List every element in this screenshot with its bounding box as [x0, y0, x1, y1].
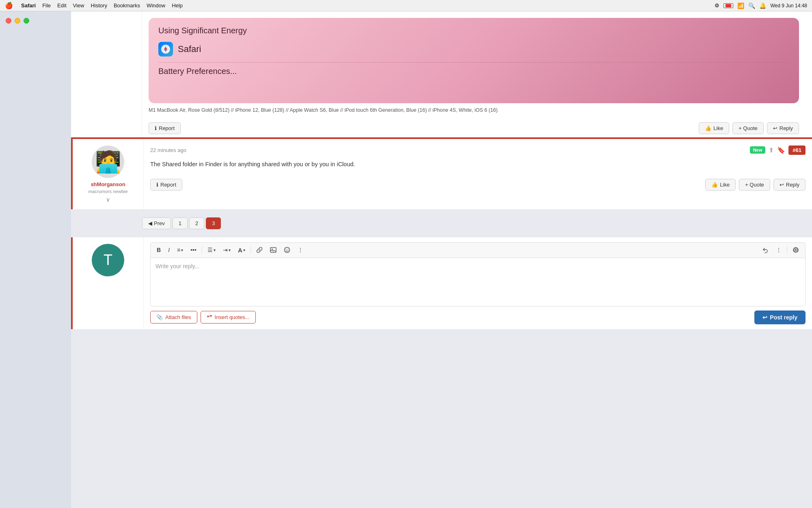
- post-number-badge[interactable]: #61: [788, 145, 806, 155]
- pagination-bar: ◀ ◀ Prev Prev 1 2 3: [71, 209, 812, 237]
- more-text-button[interactable]: •••: [188, 245, 199, 255]
- help-menu[interactable]: Help: [172, 2, 183, 9]
- report-icon-1: ℹ: [155, 125, 157, 131]
- toolbar-sep-2: [251, 246, 251, 254]
- svg-point-9: [285, 249, 286, 250]
- post-2-container: 🧑‍💻 shMorganson macrumors newbie ∨ 22 mi…: [71, 139, 812, 209]
- post-reply-icon: ↩: [762, 314, 767, 321]
- paperclip-icon: 📎: [156, 314, 163, 320]
- pagination: ◀ ◀ Prev Prev 1 2 3: [142, 213, 806, 234]
- search-icon[interactable]: 🔍: [748, 2, 755, 9]
- preview-button[interactable]: [790, 245, 802, 255]
- svg-point-12: [795, 249, 797, 251]
- close-button[interactable]: [6, 18, 11, 24]
- editor-toolbar: B I ≡ ▾ ••• ☰: [150, 242, 806, 258]
- post-2-time: 22 minutes ago: [150, 147, 186, 153]
- first-post-block: Using Significant Energy: [71, 11, 812, 137]
- bold-button[interactable]: B: [154, 245, 164, 255]
- insert-quotes-button[interactable]: ❝❞ Insert quotes...: [201, 311, 256, 323]
- like-icon-1: 👍: [705, 125, 711, 131]
- post-2-username[interactable]: shMorganson: [91, 181, 125, 187]
- editor-footer-left: 📎 Attach files ❝❞ Insert quotes...: [150, 311, 256, 323]
- undo-button[interactable]: [759, 245, 771, 255]
- toolbar-sep-3: [787, 246, 787, 254]
- svg-point-8: [284, 247, 289, 253]
- notification-icon[interactable]: 🔔: [759, 2, 766, 9]
- page-3-button[interactable]: 3: [206, 217, 221, 229]
- link-button[interactable]: [253, 245, 266, 255]
- quotes-icon: ❝❞: [207, 314, 212, 320]
- font-button[interactable]: A ▾: [235, 245, 248, 255]
- battery-notification-card: Using Significant Energy: [149, 18, 799, 103]
- report-icon-2: ℹ: [156, 182, 158, 188]
- wifi-icon[interactable]: 📶: [737, 2, 744, 9]
- reply-user-avatar: T: [92, 244, 124, 276]
- apple-menu[interactable]: 🍎: [5, 2, 13, 9]
- edit-menu[interactable]: Edit: [57, 2, 66, 9]
- attach-files-button[interactable]: 📎 Attach files: [150, 311, 197, 323]
- user-info-chevron[interactable]: ∨: [106, 196, 110, 203]
- reply-composer-container: T B I ≡ ▾: [71, 237, 812, 329]
- minimize-button[interactable]: [15, 18, 20, 24]
- page-2-button[interactable]: 2: [189, 217, 204, 229]
- reply-icon-1: ↩: [773, 125, 777, 131]
- list-button[interactable]: ☰ ▾: [205, 245, 218, 255]
- quote-button-1[interactable]: + Quote: [732, 122, 764, 134]
- post2-actions: ℹ Report 👍 Like + Quote: [150, 176, 806, 194]
- battery-app-row: Safari: [158, 42, 789, 56]
- battery-app-name: Safari: [178, 44, 201, 54]
- battery-divider: [158, 62, 789, 63]
- menubar: 🍎 Safari File Edit View History Bookmark…: [0, 0, 812, 11]
- post-2-user-role: macrumors newbie: [88, 189, 127, 194]
- prev-icon: ◀: [148, 220, 152, 226]
- like-button-1[interactable]: 👍 Like: [699, 122, 729, 134]
- post-2-user-sidebar: 🧑‍💻 shMorganson macrumors newbie ∨: [73, 139, 144, 209]
- new-badge: New: [750, 146, 766, 154]
- reply-icon-2: ↩: [780, 182, 784, 188]
- post-2-header: 22 minutes ago New ⬆ 🔖 #61: [150, 145, 806, 155]
- report-button-1[interactable]: ℹ Report: [149, 122, 181, 134]
- editor-placeholder: Write your reply...: [155, 263, 199, 269]
- svg-point-10: [287, 249, 288, 250]
- quote-button-2[interactable]: + Quote: [739, 179, 770, 191]
- traffic-lights: [6, 18, 29, 24]
- emoji-button[interactable]: [281, 245, 293, 255]
- toolbar-more-button[interactable]: ⋮: [773, 245, 784, 255]
- post-2-text: The Shared folder in Finder is for anyth…: [150, 160, 806, 169]
- maximize-button[interactable]: [24, 18, 29, 24]
- align-button[interactable]: ≡ ▾: [174, 245, 186, 255]
- like-button-2[interactable]: 👍 Like: [705, 179, 736, 191]
- page-1-button[interactable]: 1: [173, 217, 188, 229]
- post-reply-button[interactable]: ↩ Post reply: [754, 310, 806, 324]
- battery-status-icon: [723, 3, 733, 8]
- share-icon[interactable]: ⬆: [769, 146, 774, 154]
- post-2-content: 22 minutes ago New ⬆ 🔖 #61 The Shared fo…: [144, 139, 812, 209]
- image-button[interactable]: [267, 245, 279, 255]
- view-menu[interactable]: View: [73, 2, 84, 9]
- bookmarks-menu[interactable]: Bookmarks: [114, 2, 140, 9]
- app-name-menu[interactable]: Safari: [21, 2, 36, 9]
- reply-text-editor[interactable]: Write your reply...: [150, 258, 806, 306]
- prev-page-button[interactable]: ◀ ◀ Prev Prev: [142, 217, 171, 229]
- window-menu[interactable]: Window: [147, 2, 165, 9]
- post-2-header-right: New ⬆ 🔖 #61: [750, 145, 806, 155]
- main-content: Using Significant Energy: [71, 11, 812, 508]
- report-button-2[interactable]: ℹ Report: [150, 179, 182, 191]
- post-2-avatar-container: 🧑‍💻 shMorganson macrumors newbie ∨: [78, 145, 138, 203]
- italic-button[interactable]: I: [165, 245, 173, 255]
- more-options-button[interactable]: ⋮: [295, 245, 306, 255]
- clock: Wed 9 Jun 14:48: [770, 3, 807, 9]
- svg-point-7: [272, 249, 273, 250]
- battery-prefs-link[interactable]: Battery Preferences...: [158, 67, 789, 76]
- device-signature: M1 MacBook Air, Rose Gold (8/512) // iPh…: [149, 103, 806, 119]
- reply-button-2[interactable]: ↩ Reply: [773, 179, 806, 191]
- extensions-icon[interactable]: ⚙: [715, 2, 719, 9]
- like-icon-2: 👍: [711, 182, 718, 188]
- reply-button-1[interactable]: ↩ Reply: [767, 122, 799, 134]
- bookmark-icon[interactable]: 🔖: [777, 146, 785, 154]
- svg-rect-6: [270, 247, 276, 252]
- history-menu[interactable]: History: [91, 2, 107, 9]
- indent-button[interactable]: ⇥ ▾: [220, 245, 233, 255]
- file-menu[interactable]: File: [42, 2, 51, 9]
- battery-title: Using Significant Energy: [158, 26, 789, 35]
